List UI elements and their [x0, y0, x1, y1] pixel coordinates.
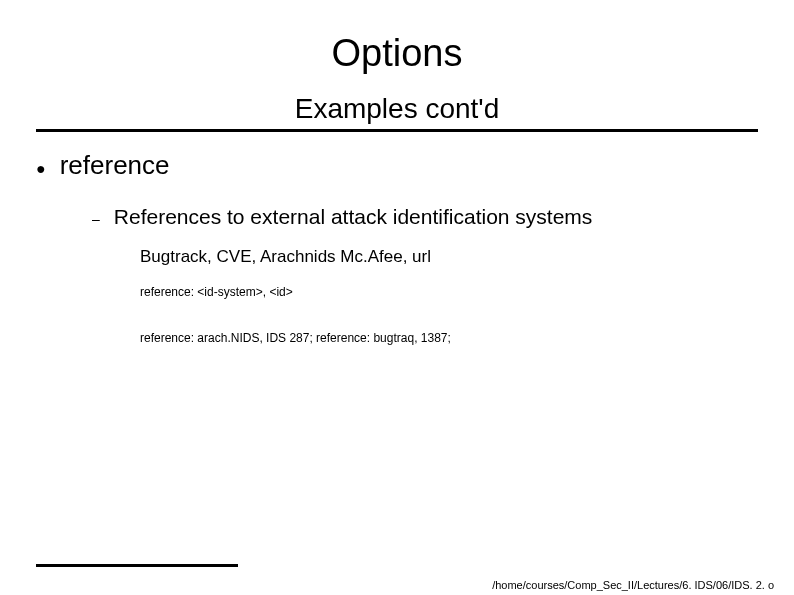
detail-line-2: reference: <id-system>, <id>: [140, 285, 758, 299]
slide-title: Options: [0, 32, 794, 75]
bullet-label: reference: [60, 150, 170, 181]
detail-line-3: reference: arach.NIDS, IDS 287; referenc…: [140, 331, 758, 345]
slide: Options Examples cont'd ● reference – Re…: [0, 32, 794, 595]
bullet-disc-icon: ●: [36, 161, 46, 177]
bullet-item: ● reference: [36, 150, 758, 181]
dash-icon: –: [92, 211, 100, 227]
content-area: ● reference – References to external att…: [36, 150, 758, 345]
divider-bottom: [36, 564, 238, 567]
footer: /home/courses/Comp_Sec_II/Lectures/6. ID…: [492, 578, 774, 595]
footer-path: /home/courses/Comp_Sec_II/Lectures/6. ID…: [492, 578, 774, 593]
detail-line-1: Bugtrack, CVE, Arachnids Mc.Afee, url: [140, 247, 758, 267]
slide-subtitle: Examples cont'd: [0, 93, 794, 129]
divider-top: [36, 129, 758, 132]
sub-bullet-item: – References to external attack identifi…: [92, 205, 758, 229]
sub-bullet-label: References to external attack identifica…: [114, 205, 593, 229]
